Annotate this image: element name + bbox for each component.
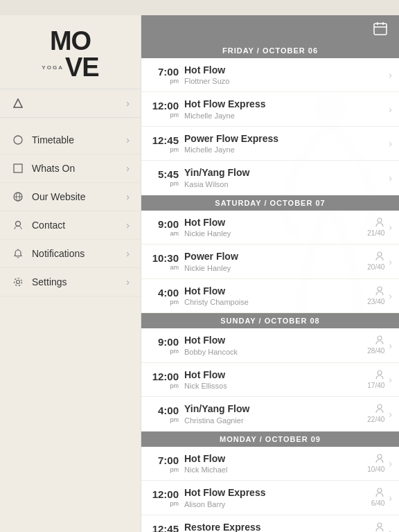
capacity-count: 10/40 — [367, 465, 384, 474]
svg-rect-2 — [14, 164, 22, 172]
person-icon — [375, 454, 384, 465]
row-chevron: › — [389, 138, 392, 149]
sidebar-item-settings[interactable]: Settings › — [0, 268, 141, 296]
class-capacity: 10/40 — [367, 454, 384, 474]
class-name: Hot Flow Express — [184, 98, 387, 110]
time-ampm: pm — [148, 147, 179, 153]
sidebar-item-website[interactable]: Our Website › — [0, 183, 141, 211]
row-chevron: › — [389, 222, 392, 233]
time-ampm: pm — [148, 299, 179, 305]
class-row[interactable]: 5:45pmYin/Yang FlowKasia Wilson› — [141, 161, 399, 195]
logo-top: MO — [42, 28, 98, 54]
website-chevron: › — [126, 191, 130, 202]
class-name: Hot Flow — [184, 452, 367, 465]
settings-chevron: › — [126, 276, 130, 287]
class-instructor: Nick Ellissos — [184, 381, 367, 391]
class-name: Hot Flow — [184, 64, 387, 76]
class-time: 7:00pm — [148, 66, 179, 85]
schedule-scroll[interactable]: FRIDAY / OCTOBER 067:00pmHot FlowFlottne… — [141, 43, 399, 532]
class-name: Hot Flow — [184, 285, 367, 297]
class-instructor: Flottner Suzo — [184, 76, 387, 86]
class-row[interactable]: 4:00pmYin/Yang FlowChristina Gagnier 22/… — [141, 397, 399, 431]
row-chevron: › — [389, 458, 392, 469]
notifications-label: Notifications — [32, 248, 126, 259]
class-instructor: Kasia Wilson — [184, 179, 387, 189]
class-name: Power Flow Express — [184, 132, 387, 145]
logo-area: MO YOGA VE — [0, 15, 141, 89]
time-hour: 12:00 — [148, 488, 179, 501]
svg-marker-0 — [14, 99, 22, 107]
class-capacity: 23/40 — [367, 286, 384, 306]
whatson-label: Whats On — [32, 163, 126, 174]
class-row[interactable]: 7:00pmHot FlowFlottner Suzo› — [141, 58, 399, 92]
time-hour: 12:45 — [148, 523, 179, 532]
class-time: 4:00pm — [148, 287, 179, 305]
login-chevron: › — [126, 98, 130, 109]
time-hour: 12:00 — [148, 371, 179, 383]
whatson-chevron: › — [126, 163, 130, 174]
row-chevron: › — [389, 69, 392, 80]
time-ampm: pm — [148, 501, 179, 507]
login-icon — [11, 96, 25, 110]
time-hour: 10:30 — [148, 252, 179, 265]
class-row[interactable]: 12:00pmHot Flow ExpressMichelle Jayne› — [141, 92, 399, 126]
class-instructor: Nickie Hanley — [184, 229, 367, 238]
login-button[interactable]: › — [0, 89, 141, 118]
class-row[interactable]: 9:00pmHot FlowBobby Hancock 28/40› — [141, 328, 399, 362]
class-instructor: Christina Gagnier — [184, 416, 367, 425]
website-icon — [11, 190, 25, 204]
timetable-chevron: › — [126, 134, 130, 145]
row-chevron: › — [389, 340, 392, 351]
row-chevron: › — [389, 493, 392, 504]
class-info: Yin/Yang FlowChristina Gagnier — [184, 402, 367, 425]
class-row[interactable]: 7:00pmHot FlowNick Michael 10/40› — [141, 447, 399, 481]
notifications-icon — [11, 247, 25, 260]
class-capacity: 20/40 — [367, 251, 384, 272]
sidebar-item-whatson[interactable]: Whats On › — [0, 154, 141, 183]
logo-ve: VE — [65, 54, 99, 80]
svg-point-1 — [14, 136, 22, 144]
time-ampm: pm — [148, 467, 179, 473]
capacity-count: 28/40 — [367, 346, 384, 355]
main-content: FRIDAY / OCTOBER 067:00pmHot FlowFlottne… — [141, 15, 399, 532]
class-info: Restore ExpressAlison Barry — [184, 521, 371, 532]
class-row[interactable]: 12:45pmPower Flow ExpressMichelle Jayne› — [141, 127, 399, 161]
day-header: SUNDAY / OCTOBER 08 — [141, 313, 399, 328]
class-row[interactable]: 10:30amPower FlowNickie Hanley 20/40› — [141, 245, 399, 278]
svg-point-19 — [378, 371, 382, 375]
class-row[interactable]: 12:00pmHot FlowNick Ellissos 17/40› — [141, 363, 399, 397]
class-name: Yin/Yang Flow — [184, 166, 387, 179]
calendar-icon[interactable] — [373, 21, 389, 37]
class-time: 10:30am — [148, 252, 179, 271]
row-chevron: › — [389, 256, 392, 267]
time-hour: 9:00 — [148, 218, 179, 231]
class-info: Hot Flow ExpressMichelle Jayne — [184, 98, 387, 120]
svg-point-8 — [17, 281, 20, 284]
time-ampm: pm — [148, 112, 179, 118]
class-capacity: 17/40 — [367, 370, 384, 390]
sidebar-item-notifications[interactable]: Notifications › — [0, 240, 141, 268]
sidebar-item-timetable[interactable]: Timetable › — [0, 126, 141, 154]
capacity-count: 21/40 — [367, 229, 384, 238]
row-chevron: › — [389, 374, 392, 385]
capacity-count: 22/40 — [367, 415, 384, 424]
class-time: 5:45pm — [148, 168, 179, 187]
time-ampm: am — [148, 231, 179, 237]
class-info: Yin/Yang FlowKasia Wilson — [184, 166, 387, 188]
class-time: 12:00pm — [148, 100, 179, 118]
row-chevron: › — [389, 409, 392, 420]
class-time: 4:00pm — [148, 405, 179, 423]
class-name: Restore Express — [184, 521, 371, 532]
capacity-count: 17/40 — [367, 381, 384, 390]
svg-point-22 — [378, 488, 382, 493]
sidebar-item-contact[interactable]: Contact › — [0, 211, 141, 240]
row-chevron: › — [389, 290, 392, 301]
class-row[interactable]: 4:00pmHot FlowChristy Champoise 23/40› — [141, 279, 399, 313]
class-row[interactable]: 12:00pmHot Flow ExpressAlison Barry 6/40… — [141, 481, 399, 515]
class-row[interactable]: 9:00amHot FlowNickie Hanley 21/40› — [141, 211, 399, 245]
class-row[interactable]: 12:45pmRestore ExpressAlison Barry 4/28› — [141, 515, 399, 532]
whatson-icon — [11, 161, 25, 175]
class-info: Hot FlowBobby Hancock — [184, 334, 367, 356]
day-header: SATURDAY / OCTOBER 07 — [141, 195, 399, 211]
person-icon — [375, 404, 384, 415]
